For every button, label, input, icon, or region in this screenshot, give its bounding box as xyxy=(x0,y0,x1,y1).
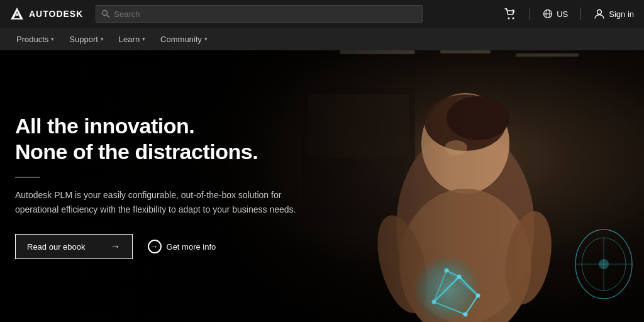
search-icon xyxy=(101,9,110,18)
nav-item-products[interactable]: Products ▾ xyxy=(10,28,60,50)
nav-item-community[interactable]: Community ▾ xyxy=(154,28,214,50)
cart-icon: 1 xyxy=(504,8,517,20)
region-selector[interactable]: US xyxy=(543,9,568,19)
hero-section: All the innovation. None of the distract… xyxy=(0,50,644,322)
circle-arrow-icon: → xyxy=(148,240,162,253)
divider xyxy=(530,8,530,20)
more-info-label: Get more info xyxy=(167,242,216,252)
headline-line2: None of the distractions. xyxy=(15,140,258,164)
chevron-down-icon: ▾ xyxy=(204,36,208,42)
svg-point-2 xyxy=(103,11,108,16)
chevron-down-icon: ▾ xyxy=(51,36,54,42)
region-label: US xyxy=(557,9,568,19)
chevron-down-icon: ▾ xyxy=(142,36,145,42)
svg-point-4 xyxy=(508,18,510,19)
logo[interactable]: AUTODESK xyxy=(10,7,83,21)
arrow-right-icon: → xyxy=(111,241,121,252)
cart-button[interactable]: 1 xyxy=(504,8,517,20)
svg-marker-1 xyxy=(15,16,19,17)
svg-point-5 xyxy=(513,18,514,19)
nav-item-support[interactable]: Support ▾ xyxy=(63,28,110,50)
top-right-actions: 1 US Sign in xyxy=(504,8,634,20)
ebook-button-label: Read our ebook xyxy=(27,242,86,252)
autodesk-logo-icon xyxy=(10,7,24,21)
nav-support-label: Support xyxy=(69,35,98,44)
get-more-info-button[interactable]: → Get more info xyxy=(148,240,216,253)
signin-button[interactable]: Sign in xyxy=(594,8,634,19)
svg-line-3 xyxy=(107,15,110,18)
globe-icon xyxy=(543,9,553,19)
headline-line1: All the innovation. xyxy=(15,114,194,138)
search-input[interactable] xyxy=(114,9,417,19)
svg-point-10 xyxy=(597,10,602,14)
logo-text: AUTODESK xyxy=(29,9,83,19)
read-ebook-button[interactable]: Read our ebook → xyxy=(15,234,133,259)
nav-learn-label: Learn xyxy=(119,35,140,44)
nav-products-label: Products xyxy=(16,35,48,44)
hero-headline: All the innovation. None of the distract… xyxy=(15,113,352,165)
hero-content: All the innovation. None of the distract… xyxy=(0,50,352,322)
hero-actions: Read our ebook → → Get more info xyxy=(15,234,352,259)
hero-divider xyxy=(15,177,40,178)
nav-community-label: Community xyxy=(160,35,202,44)
chevron-down-icon: ▾ xyxy=(101,36,104,42)
topbar: AUTODESK 1 US xyxy=(0,0,644,28)
svg-text:1: 1 xyxy=(512,9,514,13)
search-bar[interactable] xyxy=(96,5,423,23)
nav-bar: Products ▾ Support ▾ Learn ▾ Community ▾ xyxy=(0,28,644,50)
hero-body-text: Autodesk PLM is your easily configurable… xyxy=(15,188,317,216)
nav-item-learn[interactable]: Learn ▾ xyxy=(113,28,152,50)
user-icon xyxy=(594,8,605,19)
signin-label: Sign in xyxy=(609,9,634,19)
divider2 xyxy=(580,8,581,20)
